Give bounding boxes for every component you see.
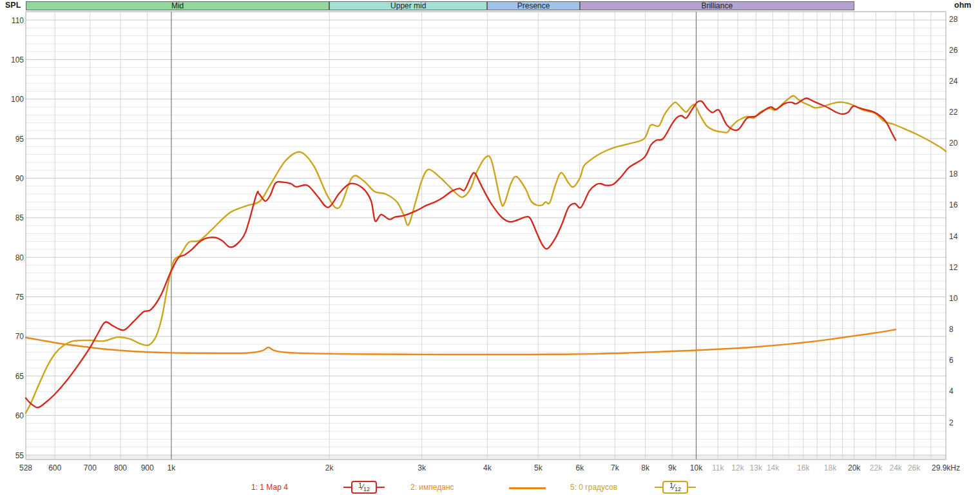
svg-text:75: 75 <box>15 293 24 302</box>
svg-text:12k: 12k <box>731 463 744 472</box>
svg-text:11k: 11k <box>712 463 724 472</box>
svg-text:90: 90 <box>15 174 24 183</box>
band-presence: Presence <box>487 1 579 10</box>
svg-text:22: 22 <box>949 108 958 117</box>
svg-text:3k: 3k <box>418 463 427 472</box>
svg-text:16: 16 <box>949 200 958 209</box>
svg-text:65: 65 <box>15 372 24 381</box>
svg-text:6: 6 <box>949 356 954 365</box>
svg-text:4: 4 <box>949 387 954 396</box>
svg-text:14: 14 <box>949 232 958 241</box>
svg-text:2k: 2k <box>325 463 334 472</box>
svg-text:95: 95 <box>15 135 24 144</box>
svg-text:80: 80 <box>15 253 24 262</box>
svg-text:5k: 5k <box>534 463 543 472</box>
ohm-axis-title: ohm <box>954 1 971 10</box>
svg-text:16k: 16k <box>797 463 810 472</box>
svg-text:55: 55 <box>15 451 24 460</box>
band-upper-mid: Upper mid <box>329 1 487 10</box>
svg-text:7k: 7k <box>611 463 620 472</box>
legend-label-impedance[interactable]: 2: импеданс <box>410 483 454 492</box>
svg-text:20k: 20k <box>848 463 861 472</box>
svg-text:18: 18 <box>949 170 958 179</box>
legend-label-curve-1[interactable]: 1: 1 Мар 4 <box>251 483 288 492</box>
svg-text:900: 900 <box>141 463 154 472</box>
svg-text:4k: 4k <box>483 463 492 472</box>
legend-line-swatch-impedance[interactable] <box>509 487 546 489</box>
spl-impedance-measurement-window: { "chart_data": { "type": "line", "title… <box>0 0 980 495</box>
svg-text:10: 10 <box>949 294 958 303</box>
svg-text:800: 800 <box>114 463 127 472</box>
band-mid: Mid <box>26 1 329 10</box>
svg-text:14k: 14k <box>767 463 780 472</box>
legend-smoothing-swatch-curve-5[interactable]: 1⁄12 <box>655 481 696 494</box>
svg-text:110: 110 <box>12 16 24 25</box>
svg-text:26: 26 <box>949 46 958 55</box>
svg-text:528: 528 <box>19 463 32 472</box>
svg-text:24: 24 <box>949 77 958 86</box>
svg-text:28: 28 <box>949 15 958 24</box>
svg-text:20: 20 <box>949 139 958 148</box>
svg-text:1k: 1k <box>168 463 177 472</box>
svg-text:600: 600 <box>48 463 61 472</box>
legend-dash-icon <box>343 487 351 489</box>
svg-text:100: 100 <box>11 95 24 104</box>
svg-text:12: 12 <box>949 263 958 272</box>
svg-text:60: 60 <box>15 411 24 420</box>
legend-smoothing-swatch-curve-1[interactable]: 1⁄12 <box>343 481 385 494</box>
svg-text:6k: 6k <box>575 463 584 472</box>
svg-text:9k: 9k <box>668 463 677 472</box>
svg-text:8: 8 <box>949 325 954 334</box>
spl-impedance-plot-area[interactable]: 1101051009590858075706560552826242220181… <box>0 0 980 495</box>
svg-text:13k: 13k <box>750 463 763 472</box>
svg-text:29.9kHz: 29.9kHz <box>932 463 960 472</box>
legend-dash-icon <box>688 487 696 489</box>
svg-text:10k: 10k <box>690 463 703 472</box>
smoothing-fraction-box: 1⁄12 <box>662 481 688 494</box>
svg-text:24k: 24k <box>890 463 903 472</box>
svg-text:85: 85 <box>15 213 24 222</box>
svg-text:700: 700 <box>84 463 97 472</box>
svg-text:26k: 26k <box>908 463 921 472</box>
legend-dash-icon <box>655 487 662 489</box>
spl-axis-title: SPL <box>5 1 21 10</box>
svg-text:18k: 18k <box>824 463 837 472</box>
svg-text:22k: 22k <box>870 463 883 472</box>
legend-label-curve-5[interactable]: 5: 0 градусов <box>570 483 617 492</box>
svg-text:8k: 8k <box>641 463 650 472</box>
legend: 1: 1 Мар 4 1⁄12 2: импеданс 5: 0 градусо… <box>0 477 980 495</box>
smoothing-fraction-box: 1⁄12 <box>351 481 377 494</box>
svg-text:2: 2 <box>949 418 954 427</box>
band-brilliance: Brilliance <box>580 1 854 10</box>
legend-dash-icon <box>377 487 385 489</box>
svg-text:70: 70 <box>15 332 24 341</box>
svg-text:105: 105 <box>11 55 24 64</box>
